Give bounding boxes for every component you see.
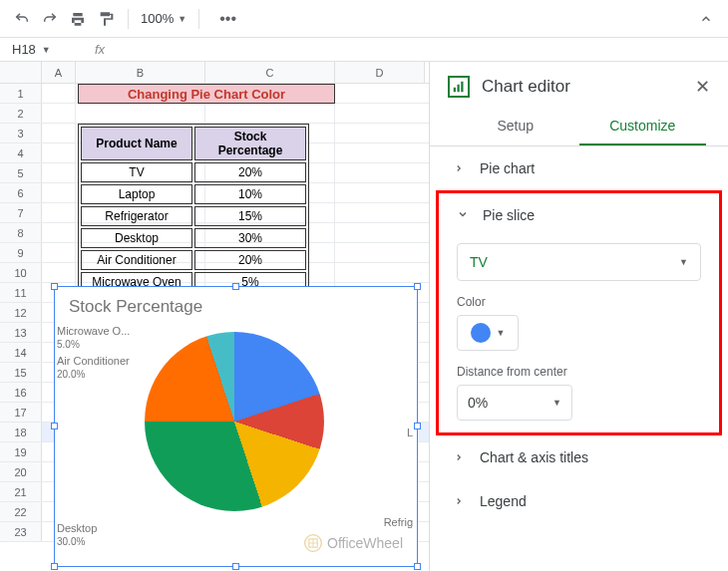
table-cell[interactable]: Air Conditioner — [81, 250, 192, 270]
table-cell[interactable]: Refrigerator — [81, 206, 192, 226]
section-chart-axis-titles[interactable]: Chart & axis titles — [430, 435, 728, 479]
row-header[interactable]: 18 — [0, 423, 42, 441]
undo-icon[interactable] — [12, 9, 32, 29]
chart-title: Stock Percentage — [55, 287, 417, 327]
table-header[interactable]: Product Name — [81, 127, 192, 160]
tab-customize[interactable]: Customize — [579, 108, 707, 145]
dropdown-icon: ▼ — [42, 45, 51, 55]
svg-rect-5 — [458, 85, 460, 93]
chart-icon — [448, 76, 470, 98]
chart-editor-panel: Chart editor ✕ Setup Customize Pie chart… — [429, 62, 728, 571]
close-icon[interactable]: ✕ — [695, 76, 710, 98]
spreadsheet[interactable]: A B C D 12345678910111213141516171819202… — [0, 62, 429, 571]
editor-tabs: Setup Customize — [430, 108, 728, 146]
section-pie-slice[interactable]: Pie slice — [439, 193, 719, 237]
distance-label: Distance from center — [457, 365, 701, 379]
row-header[interactable]: 9 — [0, 243, 42, 262]
table-cell[interactable]: 15% — [194, 206, 306, 226]
row-header[interactable]: 7 — [0, 203, 42, 222]
name-box-value: H18 — [12, 42, 36, 57]
row-header[interactable]: 13 — [0, 323, 42, 342]
row-header[interactable]: 8 — [0, 223, 42, 242]
distance-select[interactable]: 0% ▼ — [457, 385, 572, 421]
resize-handle[interactable] — [414, 563, 421, 570]
row-header[interactable]: 22 — [0, 502, 42, 521]
editor-header: Chart editor ✕ — [430, 62, 728, 108]
table-row[interactable]: Refrigerator15% — [81, 206, 306, 226]
chevron-right-icon — [454, 449, 466, 465]
toolbar: 100% ▼ ••• — [0, 0, 728, 38]
chevron-right-icon — [454, 160, 466, 176]
row-header[interactable]: 20 — [0, 462, 42, 481]
table-cell[interactable]: 20% — [194, 250, 306, 270]
row-header[interactable]: 23 — [0, 522, 42, 541]
row-header[interactable]: 3 — [0, 124, 42, 143]
section-legend[interactable]: Legend — [430, 479, 728, 523]
resize-handle[interactable] — [414, 283, 421, 290]
data-table[interactable]: Product Name Stock Percentage TV20%Lapto… — [78, 124, 309, 295]
slice-label: Refrig — [384, 516, 413, 529]
print-icon[interactable] — [68, 9, 88, 29]
table-row[interactable]: Laptop10% — [81, 184, 306, 204]
table-cell[interactable]: 30% — [194, 228, 306, 248]
slice-select[interactable]: TV ▼ — [457, 243, 701, 281]
resize-handle[interactable] — [51, 283, 58, 290]
dropdown-icon: ▼ — [497, 328, 506, 338]
row-header[interactable]: 14 — [0, 343, 42, 362]
row-header[interactable]: 21 — [0, 482, 42, 501]
name-box[interactable]: H18 ▼ — [0, 42, 70, 57]
row-header[interactable]: 1 — [0, 84, 42, 103]
row-header[interactable]: 10 — [0, 263, 42, 282]
col-header[interactable]: A — [42, 62, 76, 83]
paint-format-icon[interactable] — [96, 9, 116, 29]
table-cell[interactable]: Desktop — [81, 228, 192, 248]
distance-value: 0% — [468, 395, 488, 411]
col-header[interactable]: C — [205, 62, 335, 83]
separator — [128, 9, 129, 29]
section-pie-chart[interactable]: Pie chart — [430, 146, 728, 190]
title-banner-cell[interactable]: Changing Pie Chart Color — [78, 84, 335, 104]
row-header[interactable]: 16 — [0, 383, 42, 402]
col-header[interactable]: B — [76, 62, 205, 83]
table-cell[interactable]: TV — [81, 162, 192, 182]
zoom-select[interactable]: 100% ▼ — [141, 11, 186, 26]
resize-handle[interactable] — [51, 563, 58, 570]
row-header[interactable]: 2 — [0, 104, 42, 123]
row-header[interactable]: 6 — [0, 183, 42, 202]
slice-label: Air Conditioner20.0% — [57, 355, 130, 381]
row-header[interactable]: 5 — [0, 163, 42, 182]
tab-setup[interactable]: Setup — [452, 108, 579, 145]
row-header[interactable]: 19 — [0, 442, 42, 461]
table-header[interactable]: Stock Percentage — [194, 127, 306, 160]
select-all-corner[interactable] — [0, 62, 42, 83]
table-cell[interactable]: Laptop — [81, 184, 192, 204]
editor-title: Chart editor — [482, 77, 695, 97]
col-header[interactable]: D — [335, 62, 425, 83]
row-header[interactable]: 17 — [0, 403, 42, 422]
grid-row[interactable]: 2 — [0, 104, 429, 124]
color-picker[interactable]: ▼ — [457, 315, 519, 351]
chart-object[interactable]: Stock Percentage Microwave O...5.0% Air … — [54, 286, 418, 567]
chevron-down-icon — [457, 207, 469, 223]
slice-label: L — [407, 427, 413, 439]
table-cell[interactable]: 20% — [194, 162, 306, 182]
fx-label: fx — [95, 42, 105, 57]
formula-bar: H18 ▼ fx — [0, 38, 728, 62]
pie-chart: Microwave O...5.0% Air Conditioner20.0% … — [55, 327, 417, 556]
collapse-toolbar-icon[interactable] — [696, 9, 716, 29]
resize-handle[interactable] — [232, 563, 239, 570]
chevron-right-icon — [454, 493, 466, 509]
resize-handle[interactable] — [232, 283, 239, 290]
row-header[interactable]: 4 — [0, 143, 42, 162]
table-cell[interactable]: 10% — [194, 184, 306, 204]
pie-slices[interactable] — [145, 332, 324, 511]
dropdown-icon: ▼ — [679, 257, 688, 267]
row-header[interactable]: 11 — [0, 283, 42, 302]
table-row[interactable]: Desktop30% — [81, 228, 306, 248]
more-icon[interactable]: ••• — [219, 10, 236, 28]
redo-icon[interactable] — [40, 9, 60, 29]
table-row[interactable]: Air Conditioner20% — [81, 250, 306, 270]
row-header[interactable]: 12 — [0, 303, 42, 322]
row-header[interactable]: 15 — [0, 363, 42, 382]
table-row[interactable]: TV20% — [81, 162, 306, 182]
